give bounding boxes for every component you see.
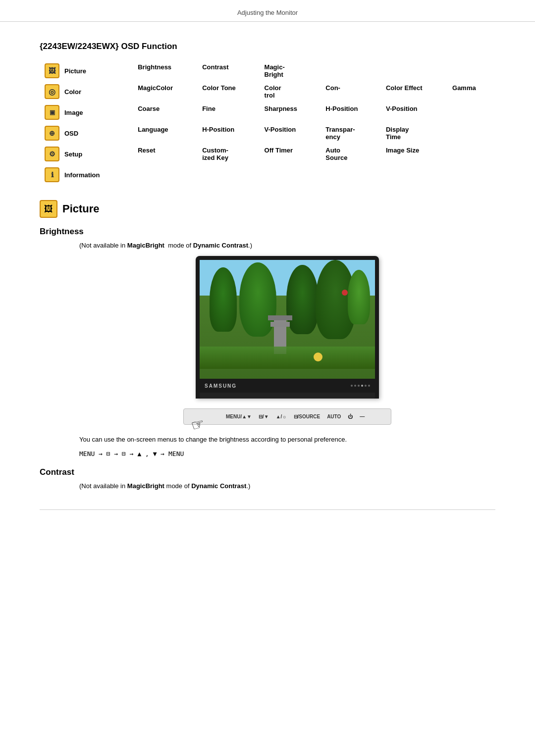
brightness-body-text: You can use the on-screen menus to chang… <box>79 435 426 445</box>
monitor-indicators <box>351 385 370 387</box>
page-content: {2243EW/2243EWX} OSD Function 🖼 Picture … <box>0 22 535 551</box>
picture-icon: 🖼 <box>45 63 59 78</box>
control-button-auto[interactable]: AUTO <box>327 414 341 419</box>
yellow-object <box>314 353 322 361</box>
osd-section-title: {2243EW/2243EWX} OSD Function <box>40 42 495 51</box>
brightness-note: (Not available in MagicBright mode of Dy… <box>79 242 495 249</box>
control-button-up[interactable]: ▲/☼ <box>276 414 287 419</box>
monitor-brand-bar: SAMSUNG <box>200 379 375 393</box>
color-icon: ◎ <box>45 84 59 99</box>
picture-section-icon: 🖼 <box>40 200 57 218</box>
table-row: ⊕ OSD Language H-Position V-Position Tra… <box>40 123 495 144</box>
indicator-dot <box>354 385 356 387</box>
brightness-title: Brightness <box>40 227 495 237</box>
indicator-dot <box>368 385 370 387</box>
page-footer <box>40 509 495 521</box>
ground <box>200 347 375 369</box>
control-panel: ☞ MENU/▲▼ ⊟/▼ ▲/☼ ⊟/SOURCE AUTO ⏻ — <box>183 408 391 425</box>
page-title: Adjusting the Monitor <box>237 9 298 16</box>
picture-section-header: 🖼 Picture <box>40 200 495 218</box>
indicator-dot-active <box>361 385 363 387</box>
hand-cursor-icon: ☞ <box>189 414 207 435</box>
information-icon: ℹ <box>45 167 59 182</box>
pagoda-roof1 <box>268 315 292 320</box>
menu-items-picture: Brightness <box>133 60 197 81</box>
red-berries <box>342 290 348 296</box>
menu-label-osd: ⊕ OSD <box>45 126 128 141</box>
menu-label-setup: ⚙ Setup <box>45 147 128 161</box>
contrast-title: Contrast <box>40 467 495 477</box>
indicator-dot <box>351 385 353 387</box>
menu-label-color: ◎ Color <box>45 84 128 99</box>
tree-3 <box>286 265 319 334</box>
control-button-menu[interactable]: MENU/▲▼ <box>226 414 252 419</box>
monitor-display: SAMSUNG <box>196 256 379 399</box>
pagoda-roof2 <box>270 322 290 327</box>
osd-table: 🖼 Picture Brightness Contrast Magic-Brig… <box>40 60 495 185</box>
image-icon: ▣ <box>45 105 59 120</box>
tree-1 <box>210 267 237 332</box>
control-button-dash[interactable]: — <box>360 414 365 419</box>
monitor-screen <box>200 260 375 379</box>
monitor-image-container: SAMSUNG <box>79 256 495 399</box>
control-button-enter[interactable]: ⊟/▼ <box>259 414 269 419</box>
table-row: ▣ Image Coarse Fine Sharpness H-Position… <box>40 102 495 123</box>
setup-icon: ⚙ <box>45 147 59 161</box>
contrast-note: (Not available in MagicBright mode of Dy… <box>79 482 495 490</box>
tree-5 <box>348 270 370 324</box>
table-row: ◎ Color MagicColor Color Tone Colortrol … <box>40 81 495 102</box>
monitor-brand-text: SAMSUNG <box>205 383 237 389</box>
monitor-frame: SAMSUNG <box>196 256 379 399</box>
control-panel-container: ☞ MENU/▲▼ ⊟/▼ ▲/☼ ⊟/SOURCE AUTO ⏻ — <box>79 408 495 425</box>
table-row: ⚙ Setup Reset Custom-ized Key Off Timer … <box>40 144 495 164</box>
menu-label-information: ℹ Information <box>45 167 128 182</box>
table-row: 🖼 Picture Brightness Contrast Magic-Brig… <box>40 60 495 81</box>
page-header: Adjusting the Monitor <box>0 0 535 22</box>
osd-icon: ⊕ <box>45 126 59 141</box>
menu-label-picture: 🖼 Picture <box>45 63 128 78</box>
table-row: ℹ Information <box>40 164 495 185</box>
brightness-menu-nav: MENU → ⊟ → ⊟ → ▲ , ▼ → MENU <box>79 450 495 457</box>
monitor-base <box>200 393 375 399</box>
menu-label-image: ▣ Image <box>45 105 128 120</box>
picture-section-title: Picture <box>62 202 100 215</box>
control-button-power[interactable]: ⏻ <box>348 414 353 419</box>
indicator-dot <box>358 385 360 387</box>
indicator-dot <box>365 385 367 387</box>
control-button-source[interactable]: ⊟/SOURCE <box>294 414 321 419</box>
